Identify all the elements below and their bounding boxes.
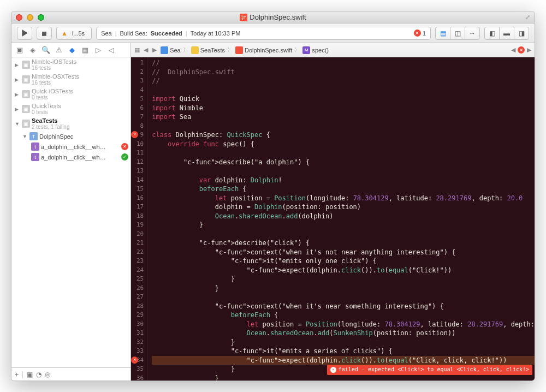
filter-clock-icon[interactable]: ◔: [36, 371, 41, 378]
inline-error-badge[interactable]: failed - expected <Click!> to equal <Cli…: [327, 365, 532, 375]
bundle-subtitle: 0 tests: [32, 94, 73, 100]
code-line[interactable]: "c-func">it("emits only one click") {: [152, 257, 535, 266]
code-line[interactable]: [152, 149, 535, 158]
code-line[interactable]: //: [152, 58, 535, 68]
line-gutter: 1234567891011121314151617181920212223242…: [131, 57, 147, 381]
code-line[interactable]: Ocean.sharedOcean.add(SunkenShip(positio…: [152, 329, 535, 338]
filter-scope-icon[interactable]: ▣: [27, 371, 33, 378]
test-navigator-tree: ▶▣Nimble-iOSTests16 tests▶▣Nimble-OSXTes…: [11, 57, 130, 367]
code-line[interactable]: "c-func">context("when it's not near any…: [152, 248, 535, 257]
find-nav-icon[interactable]: 🔍: [40, 45, 52, 56]
code-line[interactable]: "c-func">context("when it's near somethi…: [152, 302, 535, 311]
test-case-row[interactable]: ta_dolphin__click__when_i...✕: [11, 141, 130, 152]
code-line[interactable]: "c-func">expect(dolphin.click()).to(equa…: [152, 356, 535, 365]
code-line[interactable]: class DolphinSpec: QuickSpec {: [152, 130, 535, 140]
content-area: ▣ ◈ 🔍 ⚠ ◆ ▦ ▷ ◁ ▶▣Nimble-iOSTests16 test…: [11, 43, 535, 381]
test-bundle-row[interactable]: ▼▣SeaTests2 tests, 1 failing: [11, 116, 130, 131]
next-issue-button[interactable]: ▶: [527, 46, 531, 54]
standard-editor-button[interactable]: ▤: [435, 27, 450, 40]
test-bundle-row[interactable]: ▶▣Quick-iOSTests0 tests: [11, 87, 130, 102]
breadcrumb-item[interactable]: SeaTests: [191, 46, 225, 54]
utilities-toggle[interactable]: ◨: [514, 27, 529, 40]
code-line[interactable]: }: [152, 338, 535, 347]
zoom-button[interactable]: [38, 14, 44, 21]
code-line[interactable]: "c-func">expect(dolphin.click()).to(equa…: [152, 266, 535, 275]
breakpoint-nav-icon[interactable]: ▷: [92, 45, 104, 56]
run-button[interactable]: [17, 27, 32, 40]
code-line[interactable]: dolphin = Dolphin(position: position): [152, 203, 535, 212]
source-editor[interactable]: 1234567891011121314151617181920212223242…: [131, 57, 535, 381]
disclosure-icon[interactable]: ▶: [15, 62, 20, 68]
disclosure-icon[interactable]: ▶: [15, 106, 20, 112]
project-nav-icon[interactable]: ▣: [14, 45, 26, 56]
code-line[interactable]: beforeEach {: [152, 311, 535, 320]
code-line[interactable]: import Quick: [152, 94, 535, 104]
code-line[interactable]: let position = Position(longitude: 78.30…: [152, 194, 535, 203]
code-line[interactable]: [152, 122, 535, 131]
related-items-icon[interactable]: ▦: [134, 46, 140, 54]
test-nav-icon[interactable]: ◆: [66, 45, 78, 56]
test-bundle-row[interactable]: ▶▣Nimble-OSXTests16 tests: [11, 72, 130, 87]
prev-issue-button[interactable]: ◀: [511, 46, 515, 54]
code-line[interactable]: "c-func">describe("click") {: [152, 239, 535, 248]
code-line[interactable]: [152, 86, 535, 95]
test-bundle-row[interactable]: ▶▣QuickTests0 tests: [11, 102, 130, 116]
navigator-tabs: ▣ ◈ 🔍 ⚠ ◆ ▦ ▷ ◁: [11, 43, 130, 57]
code-line[interactable]: import Sea: [152, 112, 535, 122]
code-line[interactable]: let position = Position(longitude: 78.30…: [152, 320, 535, 329]
bundle-icon: ▣: [22, 90, 30, 98]
forward-button[interactable]: ▶: [151, 46, 158, 54]
test-spec-row[interactable]: ▼TDolphinSpec: [11, 131, 130, 141]
add-button[interactable]: +: [15, 371, 19, 378]
test-method-icon: t: [31, 142, 39, 151]
symbol-nav-icon[interactable]: ◈: [27, 45, 39, 56]
stop-button[interactable]: ◼: [37, 27, 52, 40]
assistant-editor-button[interactable]: ◫: [450, 27, 465, 40]
version-editor-button[interactable]: ↔: [465, 27, 480, 40]
code-line[interactable]: [152, 230, 535, 239]
breadcrumb-item[interactable]: DolphinSpec.swift: [235, 46, 292, 54]
code-line[interactable]: import Nimble: [152, 104, 535, 113]
code-line[interactable]: }: [152, 275, 535, 284]
minimize-button[interactable]: [27, 14, 33, 21]
debug-nav-icon[interactable]: ▦: [79, 45, 91, 56]
filter-target-icon[interactable]: ◎: [45, 371, 50, 378]
code-line[interactable]: [152, 293, 535, 302]
bundle-name: Nimble-iOSTests: [32, 58, 76, 65]
breadcrumb-item[interactable]: Sea: [161, 46, 181, 54]
fullscreen-icon[interactable]: ⤢: [525, 14, 530, 21]
code-line[interactable]: [152, 167, 535, 176]
test-case-row[interactable]: ta_dolphin__click__when_i...✓: [11, 152, 130, 162]
bundle-subtitle: 2 tests, 1 failing: [32, 124, 69, 130]
test-bundle-row[interactable]: ▶▣Nimble-iOSTests16 tests: [11, 57, 130, 72]
code-line[interactable]: "c-func">it("emits a series of clicks") …: [152, 347, 535, 356]
debug-toggle[interactable]: ▬: [499, 27, 514, 40]
bundle-name: SeaTests: [32, 117, 69, 124]
code-line[interactable]: }: [152, 284, 535, 293]
code-line[interactable]: }: [152, 221, 535, 230]
back-button[interactable]: ◀: [142, 46, 150, 54]
disclosure-icon[interactable]: ▼: [15, 121, 20, 127]
close-button[interactable]: [16, 14, 22, 21]
bundle-subtitle: 16 tests: [32, 80, 79, 86]
report-nav-icon[interactable]: ◁: [105, 45, 117, 56]
disclosure-icon[interactable]: ▶: [15, 77, 20, 82]
code-line[interactable]: var dolphin: Dolphin!: [152, 176, 535, 185]
code-line[interactable]: //: [152, 76, 535, 86]
disclosure-icon[interactable]: ▶: [15, 92, 20, 97]
scheme-selector[interactable]: ▲ i...5s: [56, 27, 92, 40]
navigator-toggle[interactable]: ◧: [484, 27, 500, 40]
code-line[interactable]: beforeEach {: [152, 185, 535, 194]
code-line[interactable]: "c-func">describe("a dolphin") {: [152, 158, 535, 167]
issue-count[interactable]: ✕ 1: [414, 29, 426, 37]
disclosure-icon[interactable]: ▼: [22, 134, 28, 139]
breadcrumb-item[interactable]: Mspec(): [302, 46, 329, 54]
code-body[interactable]: //// DolphinSpec.swift//import Quickimpo…: [147, 57, 535, 381]
code-line[interactable]: override func spec() {: [152, 140, 535, 149]
swift-icon: 🕊: [240, 14, 247, 21]
fail-icon: ✕: [121, 143, 128, 150]
editor-layout-group: ▤ ◫ ↔: [435, 27, 480, 40]
code-line[interactable]: Ocean.sharedOcean.add(dolphin): [152, 212, 535, 221]
code-line[interactable]: // DolphinSpec.swift: [152, 68, 535, 77]
issue-nav-icon[interactable]: ⚠: [53, 45, 65, 56]
